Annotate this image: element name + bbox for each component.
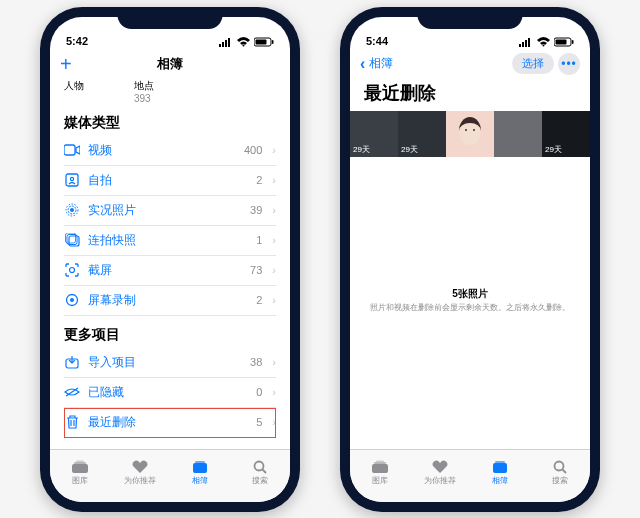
tab-foryou[interactable]: 为你推荐: [410, 450, 470, 496]
days-label: 29天: [401, 144, 418, 155]
row-label: 屏幕录制: [88, 292, 248, 309]
chevron-right-icon: ›: [272, 174, 276, 186]
places-label: 地点: [134, 79, 154, 93]
sub-albums: 人物 地点 393: [50, 79, 290, 104]
tab-label: 图库: [372, 475, 388, 486]
svg-rect-40: [493, 463, 507, 473]
row-recently-deleted[interactable]: 最近删除 5 ›: [64, 408, 276, 438]
tab-label: 相簿: [492, 475, 508, 486]
select-button[interactable]: 选择: [512, 53, 554, 74]
tab-label: 搜索: [552, 475, 568, 486]
thumbnail[interactable]: [494, 111, 542, 157]
ellipsis-icon: •••: [561, 57, 577, 71]
svg-point-10: [70, 177, 73, 180]
svg-point-42: [555, 461, 564, 470]
svg-rect-41: [495, 461, 505, 463]
wifi-icon: [537, 37, 550, 47]
thumbnail[interactable]: 29天: [398, 111, 446, 157]
status-time: 5:44: [366, 35, 388, 47]
svg-point-27: [255, 461, 264, 470]
nav-bar: + 相簿: [50, 49, 290, 79]
people-label: 人物: [64, 79, 84, 93]
chevron-right-icon: ›: [272, 234, 276, 246]
albums-icon: [491, 460, 509, 474]
tab-label: 搜索: [252, 475, 268, 486]
places-col[interactable]: 地点 393: [134, 79, 154, 104]
tab-label: 相簿: [192, 475, 208, 486]
svg-rect-32: [528, 38, 530, 47]
svg-point-4: [243, 44, 245, 46]
row-count: 5: [256, 416, 262, 428]
row-label: 已隐藏: [88, 384, 248, 401]
tab-library[interactable]: 图库: [350, 450, 410, 496]
phone-left: 5:42 + 相簿 人物 地点 393 媒体类型 视频: [40, 7, 300, 512]
days-label: 29天: [353, 144, 370, 155]
nav-actions: 选择 •••: [512, 53, 580, 75]
back-button[interactable]: ‹ 相簿: [360, 55, 393, 73]
albums-icon: [191, 460, 209, 474]
screen-right: 5:44 ‹ 相簿 选择 ••• 最近删除 29天 29天: [350, 17, 590, 502]
screenshot-icon: [64, 262, 80, 278]
tab-foryou[interactable]: 为你推荐: [110, 450, 170, 496]
thumbnail-strip: 29天 29天 29天: [350, 111, 590, 157]
row-import[interactable]: 导入项目 38 ›: [64, 348, 276, 378]
footer-note: 5张照片 照片和视频在删除前会显示剩余天数。之后将永久删除。: [350, 287, 590, 319]
battery-icon: [554, 37, 574, 47]
tab-bar: 图库 为你推荐 相簿 搜索: [50, 449, 290, 502]
svg-point-17: [70, 268, 75, 273]
row-selfie[interactable]: 自拍 2 ›: [64, 166, 276, 196]
notch: [418, 7, 523, 29]
chevron-right-icon: ›: [272, 386, 276, 398]
row-label: 实况照片: [88, 202, 242, 219]
tab-albums[interactable]: 相簿: [470, 450, 530, 496]
add-button[interactable]: +: [60, 54, 72, 74]
tab-search[interactable]: 搜索: [230, 450, 290, 496]
chevron-right-icon: ›: [272, 264, 276, 276]
tab-library[interactable]: 图库: [50, 450, 110, 496]
svg-line-28: [263, 469, 267, 473]
thumbnail[interactable]: [446, 111, 494, 157]
more-button[interactable]: •••: [558, 53, 580, 75]
row-screenrecord[interactable]: 屏幕录制 2 ›: [64, 286, 276, 316]
row-screenshot[interactable]: 截屏 73 ›: [64, 256, 276, 286]
status-indicators: [219, 37, 274, 47]
status-indicators: [519, 37, 574, 47]
row-burst[interactable]: 连拍快照 1 ›: [64, 226, 276, 256]
svg-rect-1: [222, 42, 224, 47]
signal-icon: [219, 37, 233, 47]
chevron-right-icon: ›: [272, 416, 276, 428]
section-media-types: 媒体类型: [50, 104, 290, 136]
svg-rect-23: [74, 462, 86, 464]
thumbnail[interactable]: 29天: [350, 111, 398, 157]
search-icon: [251, 460, 269, 474]
row-hidden[interactable]: 已隐藏 0 ›: [64, 378, 276, 408]
svg-rect-24: [76, 460, 84, 462]
chevron-right-icon: ›: [272, 356, 276, 368]
places-count: 393: [134, 93, 151, 104]
row-label: 截屏: [88, 262, 242, 279]
row-count: 73: [250, 264, 262, 276]
svg-rect-30: [522, 42, 524, 47]
signal-icon: [519, 37, 533, 47]
record-icon: [64, 292, 80, 308]
row-count: 2: [256, 174, 262, 186]
people-col[interactable]: 人物: [64, 79, 84, 104]
chevron-right-icon: ›: [272, 204, 276, 216]
row-count: 1: [256, 234, 262, 246]
media-list: 视频 400 › 自拍 2 › 实况照片 39 › 连拍快照 1 ›: [50, 136, 290, 316]
tab-label: 为你推荐: [424, 475, 456, 486]
svg-line-43: [563, 469, 567, 473]
tab-albums[interactable]: 相簿: [170, 450, 230, 496]
import-icon: [64, 354, 80, 370]
row-live[interactable]: 实况照片 39 ›: [64, 196, 276, 226]
svg-rect-3: [228, 38, 230, 47]
live-icon: [64, 202, 80, 218]
screen-left: 5:42 + 相簿 人物 地点 393 媒体类型 视频: [50, 17, 290, 502]
search-icon: [551, 460, 569, 474]
tab-search[interactable]: 搜索: [530, 450, 590, 496]
tab-label: 图库: [72, 475, 88, 486]
thumbnail[interactable]: 29天: [542, 111, 590, 157]
row-video[interactable]: 视频 400 ›: [64, 136, 276, 166]
notch: [118, 7, 223, 29]
row-count: 0: [256, 386, 262, 398]
